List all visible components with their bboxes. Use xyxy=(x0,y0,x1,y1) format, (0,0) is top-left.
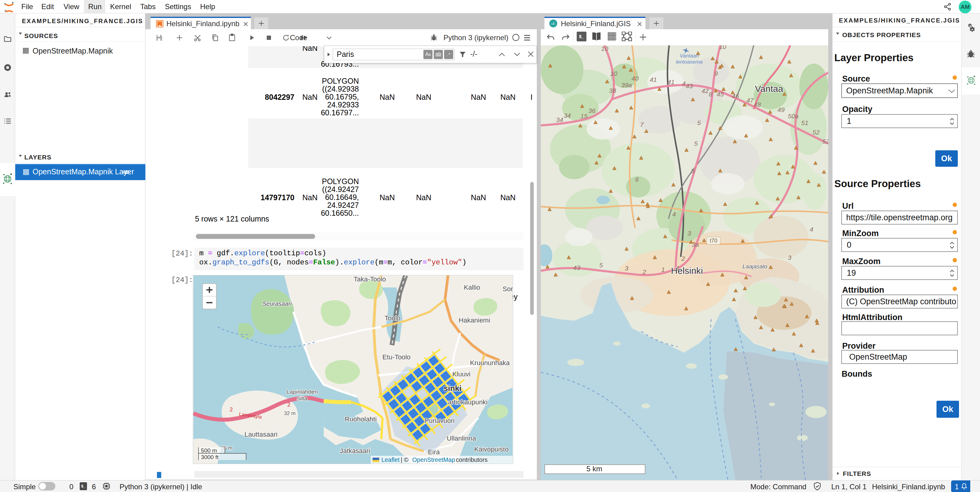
svg-text:Kruununhaka: Kruununhaka xyxy=(470,359,510,367)
svg-text:41: 41 xyxy=(667,78,674,86)
svg-text:Kallio: Kallio xyxy=(464,283,480,291)
svg-text:34: 34 xyxy=(563,112,571,119)
svg-text:5: 5 xyxy=(697,119,701,126)
svg-text:53: 53 xyxy=(822,138,828,145)
svg-text:Jatkasaari: Jatkasaari xyxy=(340,447,370,455)
svg-text:sinki: sinki xyxy=(444,384,461,393)
svg-text:9: 9 xyxy=(714,70,718,77)
svg-text:50a: 50a xyxy=(788,113,799,119)
svg-text:36: 36 xyxy=(588,107,595,114)
svg-text:Helsinki: Helsinki xyxy=(671,266,703,275)
svg-text:34: 34 xyxy=(556,116,563,123)
svg-text:Ullanlinna: Ullanlinna xyxy=(447,435,476,442)
svg-text:47: 47 xyxy=(746,97,754,104)
svg-text:| ©: | © xyxy=(401,456,409,463)
svg-text:1: 1 xyxy=(661,266,665,273)
svg-text:Vantaan: Vantaan xyxy=(680,53,699,59)
svg-text:32 m: 32 m xyxy=(284,411,296,416)
svg-text:41: 41 xyxy=(650,76,657,83)
svg-text:10: 10 xyxy=(719,45,726,50)
svg-text:Taka-Toolo: Taka-Toolo xyxy=(354,275,386,283)
svg-text:Ruoholahti: Ruoholahti xyxy=(345,415,377,423)
svg-text:43: 43 xyxy=(686,83,693,89)
svg-text:8: 8 xyxy=(709,91,712,98)
svg-text:Leaflet: Leaflet xyxy=(382,456,400,463)
svg-text:2: 2 xyxy=(230,406,233,412)
svg-text:Kluuvi: Kluuvi xyxy=(452,370,471,378)
svg-text:6: 6 xyxy=(635,176,639,183)
svg-text:4: 4 xyxy=(682,80,686,87)
svg-text:48: 48 xyxy=(754,101,761,108)
svg-text:4: 4 xyxy=(672,210,676,218)
svg-text:5: 5 xyxy=(691,167,695,174)
svg-text:Vantaa: Vantaa xyxy=(755,84,783,94)
svg-text:t70: t70 xyxy=(710,238,717,244)
svg-text:3: 3 xyxy=(687,230,691,237)
svg-text:artinkaupunki: artinkaupunki xyxy=(448,398,488,406)
svg-text:10: 10 xyxy=(610,70,617,77)
svg-text:3: 3 xyxy=(788,254,791,261)
svg-text:15: 15 xyxy=(580,113,588,119)
svg-text:5: 5 xyxy=(694,140,698,147)
svg-text:42: 42 xyxy=(702,87,709,94)
svg-text:500 m: 500 m xyxy=(201,447,217,454)
svg-text:45: 45 xyxy=(717,91,724,98)
svg-text:Hakaniemi: Hakaniemi xyxy=(459,317,490,324)
svg-text:2: 2 xyxy=(681,255,685,262)
svg-text:2: 2 xyxy=(288,402,291,408)
svg-text:2: 2 xyxy=(642,268,646,275)
svg-text:Kaivopuisto: Kaivopuisto xyxy=(474,446,509,453)
svg-text:contributors: contributors xyxy=(456,456,488,463)
svg-text:Laajasalo: Laajasalo xyxy=(743,263,767,269)
svg-text:51: 51 xyxy=(801,119,808,126)
svg-text:40: 40 xyxy=(632,75,639,82)
svg-text:39a: 39a xyxy=(621,81,632,89)
svg-text:10: 10 xyxy=(601,45,608,52)
svg-text:silta: silta xyxy=(297,395,307,402)
svg-text:Toolo: Toolo xyxy=(385,314,400,322)
svg-text:3a: 3a xyxy=(692,241,698,248)
svg-text:52: 52 xyxy=(812,129,820,136)
svg-text:4: 4 xyxy=(810,226,813,233)
svg-text:OpenStreetMap: OpenStreetMap xyxy=(412,456,455,463)
svg-text:43: 43 xyxy=(573,264,580,271)
svg-text:Punavuori: Punavuori xyxy=(425,417,455,424)
svg-text:Sorn: Sorn xyxy=(503,285,513,293)
svg-text:5 km: 5 km xyxy=(586,465,602,473)
svg-text:Lauttasaari: Lauttasaari xyxy=(245,430,277,438)
svg-text:Eira: Eira xyxy=(428,448,440,456)
svg-text:7: 7 xyxy=(640,121,644,128)
svg-text:Seurasaari: Seurasaari xyxy=(262,300,292,307)
svg-text:5: 5 xyxy=(599,262,603,269)
svg-text:Lapinlahden: Lapinlahden xyxy=(286,389,318,395)
svg-text:49: 49 xyxy=(778,106,785,113)
svg-text:3000 ft: 3000 ft xyxy=(201,454,219,460)
svg-text:3: 3 xyxy=(625,265,628,272)
svg-text:38: 38 xyxy=(609,87,616,94)
svg-text:lentoasema: lentoasema xyxy=(676,59,703,65)
svg-text:Etu-Toolo: Etu-Toolo xyxy=(382,353,410,361)
